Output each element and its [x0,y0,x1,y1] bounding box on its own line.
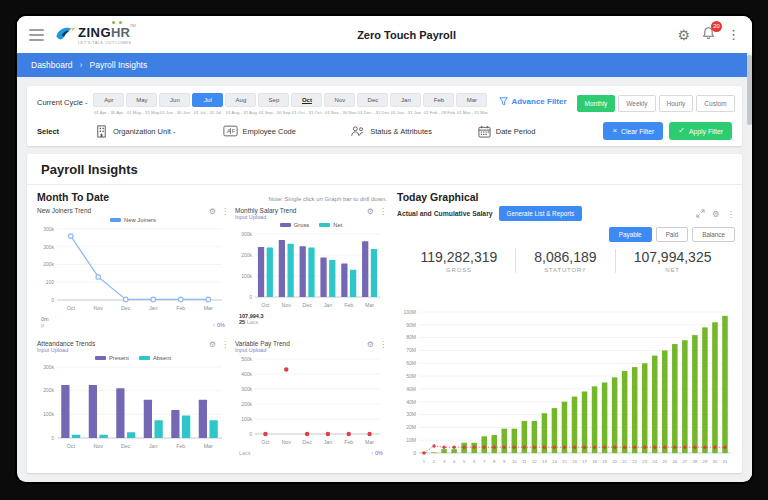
svg-text:8: 8 [493,459,496,464]
period-hourly[interactable]: Hourly [659,95,694,112]
svg-text:Oct: Oct [261,301,270,307]
monthly-salary-chart[interactable]: 300k200k100k0OctNovDecJanFebMar [235,229,387,313]
app-window: ZINGHRTM LET'S TALK OUTCOMES Zero Touch … [17,16,752,482]
svg-text:4: 4 [453,459,456,464]
cycle-month-oct[interactable]: Oct01 Oct - 31 Oct [291,93,322,115]
period-weekly[interactable]: Weekly [618,95,655,112]
x-icon: × [612,127,617,135]
new-joiners-chart[interactable]: 300k300k200k1000OctNovDecJanFebMar [37,224,229,316]
cycle-month-aug[interactable]: Aug01 Aug - 31 Aug [225,93,256,115]
expand-icon[interactable] [696,209,705,218]
brand-zing: ZING [78,25,111,40]
svg-text:60M: 60M [406,360,416,366]
gear-icon[interactable]: ⚙ [712,209,720,219]
period-custom[interactable]: Custom [696,95,734,112]
svg-text:200k: 200k [241,252,252,258]
svg-text:100k: 100k [241,416,252,422]
period-monthly[interactable]: Monthly [577,95,616,112]
zinghr-logo[interactable]: ZINGHRTM LET'S TALK OUTCOMES [54,24,136,45]
svg-text:Jan: Jan [149,442,158,448]
dots-menu-icon[interactable]: ⋮ [379,340,387,349]
attendance-chart[interactable]: 300k200k100k0OctNovDecJanFebMar [37,362,229,454]
cycle-month-feb[interactable]: Feb01 Feb - 28 Feb [423,93,454,115]
svg-text:300k: 300k [43,364,54,370]
select-label: Select [37,127,89,136]
svg-text:90M: 90M [406,322,416,328]
clear-filter-button[interactable]: × Clear Filter [603,122,663,140]
id-badge-icon: A F [223,125,238,137]
brand-tm: TM [130,23,136,28]
selector-employee-code[interactable]: A F Employee Code [223,124,343,138]
svg-text:80M: 80M [406,334,416,340]
gear-icon[interactable]: ⚙ [367,340,374,349]
svg-text:200k: 200k [43,387,54,393]
gear-icon[interactable]: ⚙ [367,207,374,216]
dots-menu-icon[interactable]: ⋮ [379,207,387,216]
settings-gear-icon[interactable]: ⚙ [677,28,690,42]
cycle-month-may[interactable]: May01 May - 31 May [126,93,157,115]
gear-icon[interactable]: ⚙ [209,340,216,349]
cycle-month-jan[interactable]: Jan01 Jan - 31 Jan [390,93,421,115]
chart-title: Monthly Salary Trend [235,207,296,214]
cycle-month-dec[interactable]: Dec01 Dec - 31 Dec [357,93,388,115]
svg-text:Mar: Mar [365,438,374,444]
current-cycle-label: Current Cycle - [37,98,87,107]
breadcrumb-payroll-insights[interactable]: Payroll Insights [90,60,148,70]
brand-tagline: LET'S TALK OUTCOMES [78,41,136,45]
cycle-month-nov[interactable]: Nov01 Nov - 30 Nov [324,93,355,115]
dots-menu-icon[interactable]: ⋮ [727,209,736,219]
dots-menu-icon[interactable]: ⋮ [221,340,229,349]
svg-text:20M: 20M [406,424,416,430]
attendance-tile: Atteandance Trends Input Upload ⚙⋮ Prese… [37,338,229,469]
toggle-paid[interactable]: Paid [656,227,689,242]
svg-text:Feb: Feb [344,438,353,444]
svg-text:Jan: Jan [324,301,333,307]
svg-text:26: 26 [672,459,677,464]
selector-date-period[interactable]: Date Period [478,124,598,138]
svg-text:50M: 50M [406,373,416,379]
top-bar: ZINGHRTM LET'S TALK OUTCOMES Zero Touch … [17,16,752,53]
svg-text:16: 16 [572,459,577,464]
dots-menu-icon[interactable]: ⋮ [221,207,229,216]
breadcrumb-dashboard[interactable]: Dashboard [31,60,73,70]
input-upload-link[interactable]: Input Upload [37,347,95,353]
svg-text:7: 7 [483,459,486,464]
hamburger-menu-icon[interactable] [29,29,44,41]
toggle-balance[interactable]: Balance [692,227,735,242]
selector-status-attributes[interactable]: Status & Attributes [350,124,470,138]
generate-reports-button[interactable]: Generate List & Reports [499,206,583,221]
cumulative-salary-chart[interactable]: 100M90M80M70M60M50M40M40M30M20M10M012345… [397,307,735,469]
svg-text:100: 100 [46,279,55,285]
notifications-bell-icon[interactable]: 20 [702,26,715,44]
trend-up-indicator: ↑ 0% [371,450,383,456]
scrollbar-thumb[interactable] [747,55,752,125]
svg-text:6: 6 [473,459,476,464]
selector-organization-unit[interactable]: Organization Unit - [95,124,215,138]
svg-text:200k: 200k [43,261,54,267]
cycle-month-mar[interactable]: Mar01 Mar - 31 Mar [456,93,487,115]
variable-pay-chart[interactable]: 500k400k300k200k100k0OctNovDecJanFebMar [235,354,387,450]
insights-title: Payroll Insights [27,154,742,185]
svg-text:0: 0 [51,297,54,303]
drilldown-note: Note: Single click on Graph bar to drill… [269,196,387,202]
svg-text:F: F [231,128,235,134]
cycle-month-sep[interactable]: Sep01 Sep - 30 Sep [258,93,289,115]
more-options-icon[interactable]: ⋮ [727,27,740,42]
monthly-salary-tile: Monthly Salary Trend Input Upload ⚙⋮ Gro… [235,205,387,336]
gear-icon[interactable]: ⚙ [209,207,216,216]
advance-filter-button[interactable]: Advance Filter [499,97,566,106]
svg-text:9: 9 [503,459,506,464]
svg-text:300k: 300k [43,226,54,232]
svg-text:10: 10 [512,459,517,464]
apply-filter-button[interactable]: ✓ Apply Filter [669,122,732,140]
svg-text:22: 22 [632,459,637,464]
scrollbar[interactable] [747,53,752,482]
input-upload-link[interactable]: Input Upload [235,214,296,220]
cycle-month-jul[interactable]: Jul01 Jul - 31 Jul [192,93,223,115]
filter-card: Current Cycle - Apr01 Apr - 30 AprMay01 … [27,86,742,146]
cycle-month-apr[interactable]: Apr01 Apr - 30 Apr [93,93,124,115]
calendar-icon [478,125,491,138]
toggle-payable[interactable]: Payable [609,227,652,242]
svg-text:30: 30 [713,459,718,464]
cycle-month-jun[interactable]: Jun01 Jun - 30 Jun [159,93,190,115]
